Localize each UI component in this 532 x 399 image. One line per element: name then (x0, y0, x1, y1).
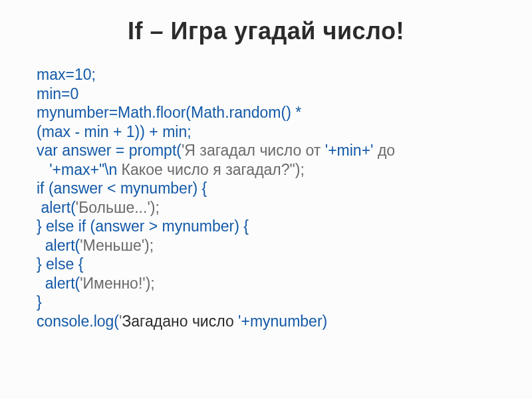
code-line-5c: '+min+' (325, 142, 374, 159)
code-line-5b: 'Я загадал число от (182, 142, 325, 159)
code-line-2: min=0 (37, 85, 78, 102)
code-line-13: } (37, 293, 42, 311)
code-line-3: mynumber=Math.floor(Math.random() * (37, 104, 301, 121)
code-line-12a: alert( (37, 275, 80, 292)
slide: If – Игра угадай число! max=10; min=0 my… (0, 0, 532, 399)
code-block: max=10; min=0 mynumber=Math.floor(Math.r… (37, 65, 495, 331)
code-line-12b: 'Именно!'); (80, 275, 155, 292)
slide-title: If – Игра угадай число! (37, 17, 495, 45)
code-line-14a: console.log( (37, 313, 119, 330)
code-line-6b: Какое число я загадал?"); (117, 161, 305, 178)
code-line-9: } else if (answer > mynumber) { (37, 217, 249, 235)
code-line-8b: 'Больше...'); (76, 199, 160, 216)
code-line-1: max=10; (37, 66, 96, 83)
code-line-6a: '+max+"\n (37, 161, 117, 178)
code-line-11: } else { (37, 255, 83, 273)
code-line-4: (max - min + 1)) + min; (37, 123, 192, 140)
code-line-14c: Загадано число (122, 313, 238, 330)
code-line-7: if (answer < mynumber) { (37, 180, 207, 197)
code-line-8a: alert( (37, 199, 76, 216)
code-line-14d: '+mynumber) (238, 313, 327, 330)
code-line-10b: 'Меньше'); (80, 237, 154, 254)
code-line-5a: var answer = prompt( (37, 142, 182, 159)
code-line-5d: до (374, 142, 396, 159)
code-line-10a: alert( (37, 237, 80, 254)
